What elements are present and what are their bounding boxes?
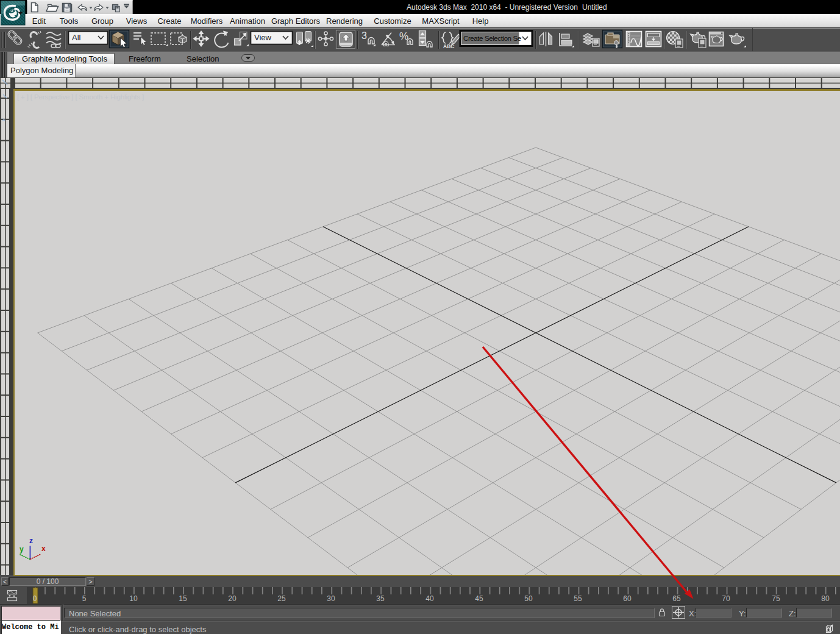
svg-text:10: 10 [129,594,138,603]
svg-text:z: z [29,536,33,545]
svg-text:55: 55 [574,594,582,603]
svg-text:30: 30 [327,594,335,603]
svg-text:80: 80 [821,594,830,603]
svg-text:View: View [254,33,272,42]
svg-text:3: 3 [361,30,367,41]
svg-text:0: 0 [33,594,37,603]
svg-text:75: 75 [772,594,780,603]
svg-text:y: y [20,545,24,554]
svg-text:65: 65 [672,594,681,603]
svg-text:25: 25 [277,594,286,603]
svg-text:40: 40 [425,594,434,603]
svg-text:x: x [41,544,46,553]
svg-text:70: 70 [722,594,730,603]
svg-text:60: 60 [623,594,632,603]
svg-text:ABC: ABC [443,43,454,49]
svg-text:15: 15 [179,594,187,603]
svg-text:20: 20 [228,594,237,603]
svg-text:35: 35 [376,594,385,603]
svg-text:All: All [72,33,81,42]
svg-text:50: 50 [524,594,533,603]
svg-text:5: 5 [82,594,87,603]
svg-text:Create Selection Se: Create Selection Se [463,35,521,42]
svg-text:45: 45 [475,594,483,603]
